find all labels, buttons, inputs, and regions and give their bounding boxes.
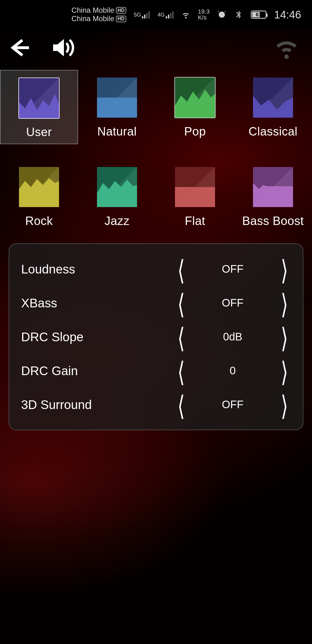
setting-value: OFF xyxy=(211,398,254,411)
svg-marker-4 xyxy=(19,178,59,207)
preset-flat[interactable]: Flat xyxy=(156,159,234,233)
stepper-next-button[interactable]: ❭ xyxy=(280,391,289,419)
svg-marker-0 xyxy=(19,94,59,118)
signal-1: 5G xyxy=(134,11,150,18)
preset-label: Bass Boost xyxy=(242,214,304,228)
svg-marker-5 xyxy=(97,180,137,207)
setting-row-xbass: XBass❬OFF❭ xyxy=(9,286,303,320)
setting-row-drc-gain: DRC Gain❬0❭ xyxy=(9,354,303,388)
preset-thumb-icon xyxy=(19,78,59,118)
alarm-icon xyxy=(217,10,226,19)
stepper-next-button[interactable]: ❭ xyxy=(280,255,289,283)
preset-thumb-icon xyxy=(97,78,137,118)
carrier-block: China Mobile HD China Mobile HD xyxy=(72,6,126,23)
status-bar: China Mobile HD China Mobile HD 5G 4G 19… xyxy=(0,0,312,29)
stepper-next-button[interactable]: ❭ xyxy=(280,357,289,385)
setting-value: OFF xyxy=(211,297,254,309)
stepper-prev-button[interactable]: ❬ xyxy=(177,391,186,419)
setting-label: DRC Slope xyxy=(21,330,83,344)
preset-label: Natural xyxy=(97,125,136,138)
preset-rock[interactable]: Rock xyxy=(0,159,78,233)
stepper-prev-button[interactable]: ❬ xyxy=(177,357,186,385)
setting-value: OFF xyxy=(211,263,254,275)
preset-label: Pop xyxy=(184,125,206,138)
preset-user[interactable]: User xyxy=(0,70,78,144)
preset-classical[interactable]: Classical xyxy=(234,70,312,144)
stepper-prev-button[interactable]: ❬ xyxy=(177,289,186,317)
volume-icon[interactable] xyxy=(50,35,76,62)
setting-label: 3D Surround xyxy=(21,397,92,412)
preset-grid: UserNaturalPopClassicalRockJazzFlatBass … xyxy=(0,70,312,233)
setting-label: XBass xyxy=(21,296,57,310)
battery-indicator: 61 xyxy=(251,11,266,19)
svg-marker-1 xyxy=(97,98,137,118)
setting-stepper: ❬OFF❭ xyxy=(174,396,291,413)
preset-thumb-icon xyxy=(175,78,215,118)
preset-label: Flat xyxy=(185,214,205,228)
hd-badge-icon: HD xyxy=(116,7,126,14)
preset-label: Jazz xyxy=(105,214,129,228)
setting-value: 0 xyxy=(211,365,254,377)
svg-marker-2 xyxy=(175,89,215,118)
preset-label: Classical xyxy=(249,125,298,138)
stepper-prev-button[interactable]: ❬ xyxy=(177,323,186,351)
hd-badge-icon: HD xyxy=(116,16,126,22)
preset-label: User xyxy=(26,125,52,139)
svg-marker-3 xyxy=(253,96,293,118)
preset-natural[interactable]: Natural xyxy=(78,70,156,144)
preset-thumb-icon xyxy=(253,78,293,118)
setting-stepper: ❬0dB❭ xyxy=(174,328,291,346)
setting-stepper: ❬0❭ xyxy=(174,362,291,379)
back-button[interactable] xyxy=(8,36,31,60)
stepper-next-button[interactable]: ❭ xyxy=(280,289,289,317)
clock: 14:46 xyxy=(274,9,301,21)
preset-thumb-icon xyxy=(97,167,137,207)
carrier-1: China Mobile xyxy=(72,6,114,15)
setting-stepper: ❬OFF❭ xyxy=(174,294,291,312)
svg-marker-7 xyxy=(253,183,293,207)
stepper-prev-button[interactable]: ❬ xyxy=(177,255,186,283)
wifi-icon xyxy=(181,10,190,19)
preset-label: Rock xyxy=(25,214,53,228)
setting-row-loudness: Loudness❬OFF❭ xyxy=(9,252,303,286)
setting-value: 0dB xyxy=(211,331,254,343)
svg-marker-6 xyxy=(175,187,215,207)
net-speed: 19.3 K/s xyxy=(198,9,210,21)
carrier-2: China Mobile xyxy=(72,15,114,23)
preset-thumb-icon xyxy=(175,167,215,207)
setting-label: DRC Gain xyxy=(21,363,78,378)
settings-panel: Loudness❬OFF❭XBass❬OFF❭DRC Slope❬0dB❭DRC… xyxy=(9,243,303,430)
setting-row-drc-slope: DRC Slope❬0dB❭ xyxy=(9,320,303,354)
setting-stepper: ❬OFF❭ xyxy=(174,260,291,278)
wifi-status-icon xyxy=(273,34,300,62)
preset-thumb-icon xyxy=(253,167,293,207)
setting-label: Loudness xyxy=(21,262,75,276)
signal-2: 4G xyxy=(157,11,174,18)
bluetooth-icon xyxy=(234,10,243,19)
setting-row-3d-surround: 3D Surround❬OFF❭ xyxy=(9,388,303,421)
preset-bass-boost[interactable]: Bass Boost xyxy=(234,159,312,233)
preset-thumb-icon xyxy=(19,167,59,207)
preset-jazz[interactable]: Jazz xyxy=(78,159,156,233)
stepper-next-button[interactable]: ❭ xyxy=(280,323,289,351)
app-bar xyxy=(0,29,312,67)
preset-pop[interactable]: Pop xyxy=(156,70,234,144)
